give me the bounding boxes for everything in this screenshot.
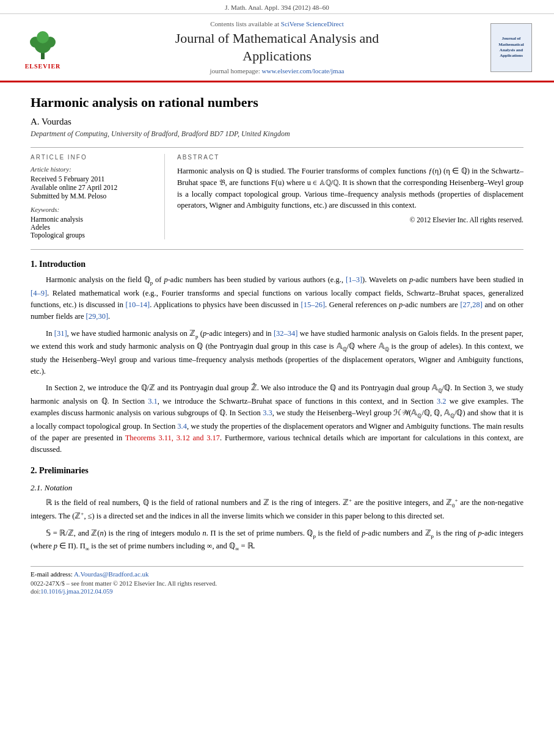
keyword-harmonic: Harmonic analysis xyxy=(31,216,155,223)
prelim-para-2: 𝕊 = ℝ/ℤ, and ℤ(n) is the ring of integer… xyxy=(31,528,523,554)
homepage-link[interactable]: www.elsevier.com/locate/jmaa xyxy=(262,67,344,75)
footer-email-line: E-mail address: A.Vourdas@Bradford.ac.uk xyxy=(31,570,523,578)
elsevier-logo-left: ELSEVIER xyxy=(18,25,67,70)
article-info-abstract-row: ARTICLE INFO Article history: Received 5… xyxy=(31,154,523,239)
keywords-label: Keywords: xyxy=(31,206,155,213)
article-info-col: ARTICLE INFO Article history: Received 5… xyxy=(31,154,165,239)
section-prelim-heading: 2. Preliminaries xyxy=(31,466,523,476)
abstract-col: ABSTRACT Harmonic analysis on ℚ is studi… xyxy=(177,154,523,239)
abstract-text: Harmonic analysis on ℚ is studied. The F… xyxy=(177,165,523,211)
citation-text: J. Math. Anal. Appl. 394 (2012) 48–60 xyxy=(225,4,329,11)
divider-after-abstract xyxy=(31,249,523,250)
keyword-adeles: Adeles xyxy=(31,224,155,231)
contents-line: Contents lists available at SciVerse Sci… xyxy=(77,20,477,27)
divider-after-affiliation xyxy=(31,147,523,148)
footer-doi-link[interactable]: 10.1016/j.jmaa.2012.04.059 xyxy=(40,588,112,595)
footer-doi-label: doi: xyxy=(31,588,40,595)
footer-email-label: E-mail address: xyxy=(31,570,73,578)
footer-email-link[interactable]: A.Vourdas@Bradford.ac.uk xyxy=(74,570,149,578)
abstract-copyright: © 2012 Elsevier Inc. All rights reserved… xyxy=(177,216,523,224)
intro-para-2: In [31], we have studied harmonic analys… xyxy=(31,328,523,378)
history-submitted: Submitted by M.M. Peloso xyxy=(31,192,155,200)
paper-author: A. Vourdas xyxy=(31,117,523,127)
prelim-para-1: ℝ is the field of real numbers, ℚ is the… xyxy=(31,496,523,523)
abstract-label: ABSTRACT xyxy=(177,154,523,161)
footer-doi: doi:10.1016/j.jmaa.2012.04.059 xyxy=(31,588,523,595)
journal-cover-text: Journal ofMathematicalAnalysis andApplic… xyxy=(498,36,524,58)
homepage-text: journal homepage: xyxy=(210,67,260,75)
main-content: Harmonic analysis on rational numbers A.… xyxy=(0,82,554,613)
section-intro-heading: 1. Introduction xyxy=(31,260,523,269)
journal-title: Journal of Mathematical Analysis and App… xyxy=(77,30,477,65)
contents-text: Contents lists available at xyxy=(210,20,279,27)
paper-affiliation: Department of Computing, University of B… xyxy=(31,129,523,139)
history-available: Available online 27 April 2012 xyxy=(31,184,155,191)
citation-bar: J. Math. Anal. Appl. 394 (2012) 48–60 xyxy=(0,0,554,14)
intro-para-1: Harmonic analysis on the field ℚp of p-a… xyxy=(31,274,523,323)
paper-title: Harmonic analysis on rational numbers xyxy=(31,95,523,111)
subsection-notation-heading: 2.1. Notation xyxy=(31,483,523,493)
journal-title-line1: Journal of Mathematical Analysis and xyxy=(175,31,379,46)
sciverse-link[interactable]: SciVerse ScienceDirect xyxy=(281,20,344,27)
history-received: Received 5 February 2011 xyxy=(31,175,155,183)
elsevier-label: ELSEVIER xyxy=(25,63,61,70)
keyword-topological: Topological groups xyxy=(31,231,155,239)
elsevier-tree-icon xyxy=(24,25,61,62)
journal-logo-right: Journal ofMathematicalAnalysis andApplic… xyxy=(487,23,536,72)
footer-copyright: 0022-247X/$ – see front matter © 2012 El… xyxy=(31,580,523,587)
journal-header: ELSEVIER Contents lists available at Sci… xyxy=(0,14,554,82)
article-info-label: ARTICLE INFO xyxy=(31,154,155,161)
journal-homepage: journal homepage: www.elsevier.com/locat… xyxy=(77,67,477,75)
svg-point-4 xyxy=(37,31,49,43)
article-history-label: Article history: xyxy=(31,165,155,173)
journal-title-line2: Applications xyxy=(242,48,311,64)
journal-header-center: Contents lists available at SciVerse Sci… xyxy=(77,20,477,75)
journal-cover-thumbnail: Journal ofMathematicalAnalysis andApplic… xyxy=(490,23,532,72)
footer: E-mail address: A.Vourdas@Bradford.ac.uk… xyxy=(31,566,523,595)
intro-para-3: In Section 2, we introduce the ℚ/ℤ and i… xyxy=(31,382,523,456)
